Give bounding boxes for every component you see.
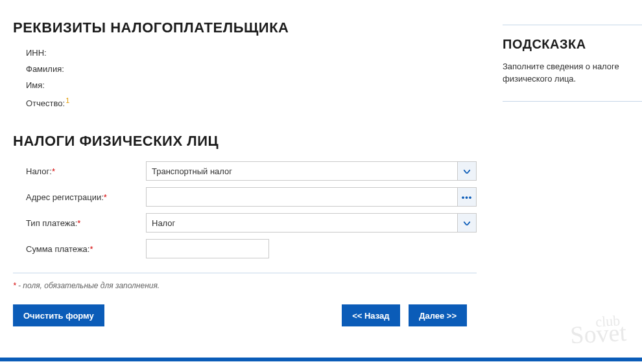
required-hint: * - поля, обязательные для заполнения. [13, 281, 477, 290]
row-paytype: Тип платежа:* Налог [13, 213, 477, 233]
ellipsis-icon: ••• [462, 192, 473, 202]
sidebar: ПОДСКАЗКА Заполните сведения о налоге фи… [503, 19, 642, 326]
row-tax: Налог:* Транспортный налог [13, 161, 477, 181]
address-label-wrap: Адрес регистрации:* [13, 192, 146, 202]
field-patronymic: Отчество:1 [26, 97, 477, 108]
paytype-select-chevron[interactable] [457, 213, 477, 233]
address-label: Адрес регистрации: [26, 192, 104, 202]
sidebar-divider-bottom [503, 101, 642, 102]
row-address: Адрес регистрации:* ••• [13, 187, 477, 207]
hint-body: Заполните сведения о налоге физического … [503, 61, 642, 85]
button-row: Очистить форму << Назад Далее >> [13, 304, 477, 326]
patronymic-label: Отчество: [26, 98, 65, 108]
address-lookup-button[interactable]: ••• [457, 187, 477, 207]
required-mark: * [89, 244, 93, 254]
chevron-down-icon [464, 166, 470, 176]
taxpayer-details: ИНН: Фамилия: Имя: Отчество:1 [13, 48, 477, 108]
required-mark: * [52, 166, 55, 176]
inn-label: ИНН: [26, 48, 47, 58]
tax-label: Налог: [26, 166, 52, 176]
field-inn: ИНН: [26, 48, 477, 58]
taxes-section-title: НАЛОГИ ФИЗИЧЕСКИХ ЛИЦ [13, 133, 477, 150]
next-button[interactable]: Далее >> [409, 304, 467, 326]
required-mark: * [104, 192, 107, 202]
field-firstname: Имя: [26, 80, 477, 90]
chevron-down-icon [464, 218, 470, 227]
tax-select-chevron[interactable] [457, 161, 477, 181]
patronymic-footnote: 1 [65, 97, 69, 104]
firstname-label: Имя: [26, 80, 45, 90]
hint-title: ПОДСКАЗКА [503, 37, 642, 52]
required-mark: * [77, 218, 80, 228]
tax-select[interactable]: Транспортный налог [146, 161, 477, 181]
lastname-label: Фамилия: [26, 64, 64, 74]
tax-label-wrap: Налог:* [13, 166, 146, 176]
clear-button[interactable]: Очистить форму [13, 304, 104, 326]
paytype-label: Тип платежа: [26, 218, 77, 228]
paytype-select[interactable]: Налог [146, 213, 477, 233]
row-amount: Сумма платежа:* [13, 239, 477, 258]
main-content: РЕКВИЗИТЫ НАЛОГОПЛАТЕЛЬЩИКА ИНН: Фамилия… [13, 19, 503, 326]
sidebar-divider-top [503, 25, 642, 25]
amount-label-wrap: Сумма платежа:* [13, 244, 146, 254]
paytype-label-wrap: Тип платежа:* [13, 218, 146, 228]
tax-form: Налог:* Транспортный налог Адрес [13, 161, 477, 258]
divider [13, 273, 477, 273]
taxpayer-section-title: РЕКВИЗИТЫ НАЛОГОПЛАТЕЛЬЩИКА [13, 19, 477, 36]
paytype-select-value: Налог [152, 218, 175, 228]
footer-bar [0, 358, 642, 361]
amount-input[interactable] [146, 239, 269, 258]
tax-select-value: Транспортный налог [152, 166, 232, 176]
amount-label: Сумма платежа: [26, 244, 89, 254]
address-lookup[interactable]: ••• [146, 187, 477, 207]
field-lastname: Фамилия: [26, 64, 477, 74]
required-hint-text: - поля, обязательные для заполнения. [16, 281, 160, 290]
back-button[interactable]: << Назад [342, 304, 399, 326]
